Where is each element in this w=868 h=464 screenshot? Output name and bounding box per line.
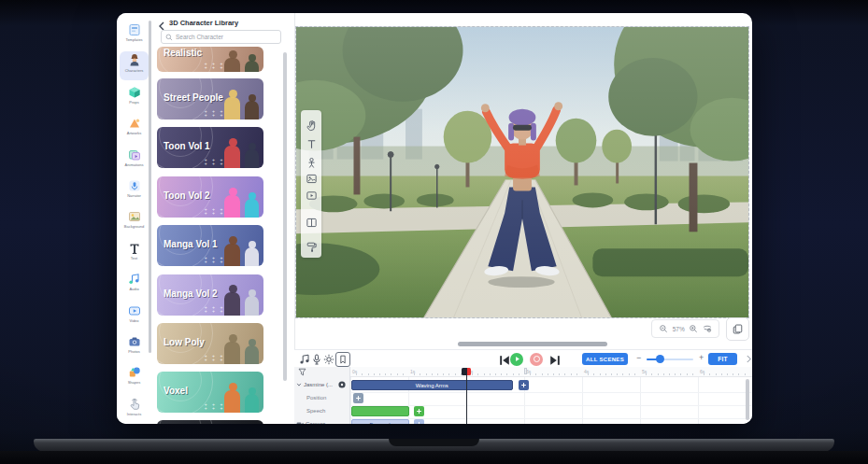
- playhead-handle-red[interactable]: [467, 368, 472, 375]
- ruler-tick: [385, 373, 386, 376]
- character-card-voxel[interactable]: Voxel+ + + + + +: [157, 372, 263, 413]
- ruler-tick: [542, 373, 543, 376]
- templates-icon: [128, 23, 141, 36]
- timeline-clip-forward[interactable]: Forward: [351, 419, 409, 424]
- ruler-tick: [356, 373, 357, 376]
- ruler-tick: [721, 373, 722, 376]
- paint-tool[interactable]: [306, 241, 318, 253]
- character-card-low-poly[interactable]: Low Poly+ + + + + +: [157, 323, 263, 364]
- photos-icon: [128, 335, 141, 348]
- fit-button[interactable]: FIT: [708, 353, 737, 365]
- hide-ui-icon[interactable]: [703, 324, 712, 333]
- character-card-toon-vol-2[interactable]: Toon Vol 2+ + + + + +: [157, 176, 263, 218]
- add-clip-button[interactable]: [353, 393, 363, 403]
- track-header-position[interactable]: Position: [294, 392, 350, 404]
- sidebar-item-narrator[interactable]: Narrator: [120, 176, 149, 205]
- ruler-tick: [403, 373, 404, 376]
- record-button[interactable]: [530, 353, 543, 366]
- ruler-tick: [680, 373, 681, 376]
- track-name: Jasmine (...: [304, 382, 333, 387]
- sidebar-item-label: Templates: [120, 37, 149, 42]
- app-sidebar: TemplatesCharactersPropsArtworksAnimatio…: [117, 13, 151, 424]
- sidebar-item-shapes[interactable]: Shapes: [120, 363, 149, 392]
- add-clip-button[interactable]: [519, 380, 529, 390]
- sidebar-item-characters[interactable]: Characters: [120, 51, 149, 80]
- timeline-clip[interactable]: [351, 406, 409, 416]
- timeline-marker[interactable]: [524, 368, 527, 374]
- chevron-down-icon[interactable]: [296, 382, 302, 387]
- music-icon[interactable]: [299, 354, 310, 365]
- card-figure-head: [229, 90, 237, 98]
- sidebar-item-interacts[interactable]: Interacts: [120, 395, 149, 424]
- ruler-tick: [391, 373, 391, 376]
- sidebar-item-label: Audio: [120, 287, 149, 291]
- sidebar-item-text[interactable]: Text: [120, 239, 149, 268]
- character-card-manga-vol-2[interactable]: Manga Vol 2+ + + + + +: [157, 274, 263, 316]
- track-header-speech[interactable]: Speech: [294, 405, 350, 417]
- sidebar-item-label: Photos: [120, 349, 149, 354]
- video-tool[interactable]: [306, 190, 318, 202]
- bookmark-button[interactable]: [335, 352, 350, 367]
- track-header-camera[interactable]: Camera: [294, 418, 350, 424]
- ruler-tick: [716, 373, 717, 376]
- hand-tool[interactable]: [306, 120, 318, 132]
- character-card-partial[interactable]: [157, 420, 263, 424]
- playhead-handle[interactable]: [462, 368, 467, 375]
- zoom-out-icon[interactable]: [659, 324, 668, 333]
- skip-to-start-icon[interactable]: [499, 355, 507, 363]
- image-tool[interactable]: [306, 173, 318, 185]
- sidebar-item-photos[interactable]: Photos: [120, 332, 149, 361]
- canvas-horizontal-scrollbar[interactable]: [458, 342, 607, 346]
- card-figure: [224, 97, 240, 120]
- character-card-street-people[interactable]: Street People+ + + + + +: [157, 78, 263, 120]
- timeline-ruler[interactable]: 0s1s2s3s4s5s6s7s: [294, 367, 752, 377]
- timeline-vertical-scrollbar[interactable]: [746, 379, 749, 420]
- all-scenes-button[interactable]: ALL SCENES: [582, 353, 628, 365]
- timeline-zoom-in[interactable]: +: [699, 353, 704, 362]
- play-icon: [514, 356, 520, 362]
- microphone-icon[interactable]: [311, 354, 322, 365]
- track-focus-icon[interactable]: [338, 381, 346, 388]
- stage-canvas[interactable]: [295, 26, 749, 318]
- sidebar-scrollbar[interactable]: [149, 21, 151, 353]
- sidebar-item-label: Text: [120, 256, 149, 260]
- zoom-in-icon[interactable]: [689, 324, 698, 333]
- text-tool[interactable]: [306, 138, 318, 150]
- sidebar-item-props[interactable]: Props: [120, 83, 149, 112]
- sidebar-item-video[interactable]: Video: [120, 302, 149, 330]
- ruler-tick: [368, 373, 369, 376]
- filter-funnel-icon[interactable]: [298, 368, 306, 376]
- ruler-tick: [379, 373, 380, 376]
- character-card-toon-vol-1[interactable]: Toon Vol 1+ + + + + +: [157, 127, 263, 168]
- sidebar-item-animations[interactable]: Animations: [120, 146, 149, 175]
- skip-to-end-icon[interactable]: [549, 355, 558, 363]
- ruler-tick: [495, 373, 496, 376]
- pose-tool[interactable]: [306, 157, 318, 169]
- timeline-zoom-thumb[interactable]: [656, 355, 664, 363]
- sidebar-item-templates[interactable]: Templates: [120, 21, 149, 49]
- timeline-zoom-slider[interactable]: [647, 359, 693, 361]
- track-header-jasmine[interactable]: Jasmine (...: [294, 379, 350, 391]
- character-card-manga-vol-1[interactable]: Manga Vol 1+ + + + + +: [157, 225, 263, 266]
- add-clip-button[interactable]: [414, 419, 424, 424]
- play-button[interactable]: [510, 353, 523, 366]
- timeline-clip-waving-arms[interactable]: Waving Arms: [351, 380, 514, 390]
- layout-tool[interactable]: [306, 217, 318, 229]
- playhead-line[interactable]: [466, 374, 467, 424]
- character-card-realistic[interactable]: Realistic+ + + + + +: [157, 47, 263, 72]
- add-clip-button[interactable]: [414, 406, 424, 416]
- ruler-tick: [687, 373, 688, 376]
- sidebar-item-audio[interactable]: Audio: [120, 270, 149, 299]
- ruler-tick: [727, 373, 728, 376]
- ruler-tick: [426, 373, 427, 376]
- collapse-chevron-icon[interactable]: [746, 355, 752, 363]
- effects-sun-icon[interactable]: [323, 354, 334, 365]
- shapes-icon: [128, 366, 141, 379]
- sidebar-item-artworks[interactable]: Artworks: [120, 114, 149, 143]
- card-list-scrollbar[interactable]: [283, 52, 287, 381]
- duplicate-scene-button[interactable]: [726, 317, 749, 341]
- ruler-tick: [432, 373, 433, 376]
- sidebar-item-background[interactable]: Background: [120, 207, 149, 236]
- card-figure: [224, 390, 240, 413]
- timeline-zoom-out[interactable]: −: [636, 353, 641, 362]
